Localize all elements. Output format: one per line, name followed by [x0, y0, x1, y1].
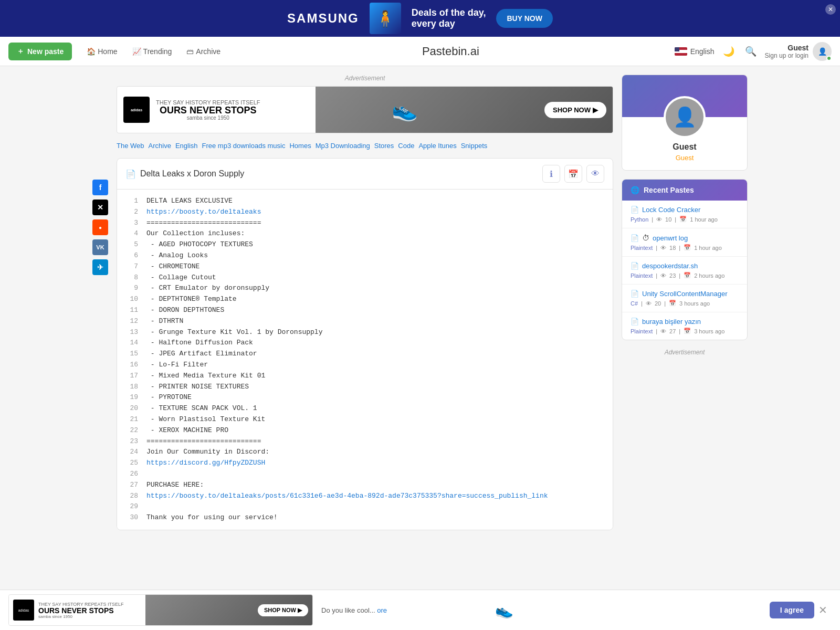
link-28[interactable]: https://boosty.to/deltaleaks/posts/61c33… — [146, 492, 548, 500]
close-ad-button[interactable]: ✕ — [825, 4, 836, 15]
facebook-share-button[interactable]: f — [92, 180, 108, 195]
archive-link[interactable]: 🗃 Archive — [180, 43, 227, 60]
trending-icon: 📈 — [132, 47, 141, 56]
tag-link-1[interactable]: Archive — [149, 142, 171, 150]
view-button[interactable]: 👁 — [586, 165, 604, 183]
language-selector[interactable]: English — [675, 47, 715, 56]
link-2[interactable]: https://boosty.to/deltaleaks — [146, 208, 261, 216]
line-2: 2https://boosty.to/deltaleaks — [125, 207, 604, 218]
line-num-19: 19 — [125, 392, 138, 403]
line-num-28: 28 — [125, 491, 138, 502]
trending-link[interactable]: 📈 Trending — [126, 43, 178, 60]
recent-link-0[interactable]: Lock Code Cracker — [642, 206, 700, 214]
search-button[interactable]: 🔍 — [743, 44, 759, 59]
tag-link-4[interactable]: Homes — [289, 142, 311, 150]
right-sidebar: 👤 Guest Guest 🌐 Recent Pastes 📄 Lock Cod… — [622, 75, 748, 530]
calendar-button[interactable]: 📅 — [564, 165, 582, 183]
tag-link-3[interactable]: Free mp3 downloads music — [202, 142, 286, 150]
cal-icon-1: 📅 — [684, 244, 691, 251]
line-20: 20 - TEXTURE SCAN PACK VOL. 1 — [125, 403, 604, 414]
recent-link-3[interactable]: Unity ScrollContentManager — [642, 290, 728, 298]
recent-item-title-2: 📄 despookerdstar.sh — [631, 262, 739, 270]
time-1: 1 hour ago — [694, 245, 722, 251]
line-text-24: Join Our Community in Discord: — [146, 447, 269, 458]
navbar: ＋ New paste 🏠 Home 📈 Trending 🗃 Archive … — [0, 37, 840, 66]
shop-now-button[interactable]: SHOP NOW ▶ — [544, 102, 606, 118]
recent-link-1[interactable]: openwrt log — [653, 234, 688, 242]
new-paste-button[interactable]: ＋ New paste — [8, 43, 72, 60]
adidas-logo: adidas — [123, 97, 150, 123]
link-25[interactable]: https://discord.gg/HfpyZDZUSH — [146, 459, 265, 467]
ad-slogan-line3: samba since 1950 — [156, 115, 260, 121]
ad-label: Advertisement — [117, 75, 613, 82]
line-num-16: 16 — [125, 360, 138, 371]
home-link[interactable]: 🏠 Home — [80, 43, 123, 60]
line-num-29: 29 — [125, 501, 138, 512]
line-text-10: - DEPTHTONE® Template — [146, 294, 237, 305]
twitter-share-button[interactable]: ✕ — [92, 200, 108, 215]
recent-meta-0: Python | 👁 10 | 📅 1 hour ago — [631, 216, 739, 223]
line-num-7: 7 — [125, 261, 138, 272]
line-num-22: 22 — [125, 425, 138, 436]
line-num-26: 26 — [125, 469, 138, 480]
recent-pastes-header: 🌐 Recent Pastes — [622, 180, 747, 201]
lang-0: Python — [631, 216, 648, 223]
recent-item-title-0: 📄 Lock Code Cracker — [631, 206, 739, 214]
recent-item-4: 📄 buraya bişiler yazın Plaintext | 👁 27 … — [622, 312, 747, 340]
line-15: 15 - JPEG Artifact Eliminator — [125, 349, 604, 360]
lang-4: Plaintext — [631, 328, 653, 334]
line-text-17: - Mixed Media Texture Kit 01 — [146, 371, 265, 382]
ad-content: SAMSUNG 🧍 Deals of the day, every day BU… — [287, 3, 553, 34]
line-13: 13 - Grunge Texture Kit Vol. 1 by Dorons… — [125, 327, 604, 338]
profile-card: 👤 Guest Guest — [622, 75, 748, 171]
recent-link-2[interactable]: despookerdstar.sh — [642, 262, 698, 270]
reddit-share-button[interactable]: ● — [92, 219, 108, 235]
paste-card: 📄 Delta Leaks x Doron Supply ℹ 📅 👁 1DELT… — [117, 158, 613, 530]
tag-link-5[interactable]: Mp3 Downloading — [316, 142, 370, 150]
line-text-2: https://boosty.to/deltaleaks — [146, 207, 261, 218]
profile-role: Guest — [622, 154, 747, 170]
line-text-26 — [146, 469, 151, 480]
recent-pastes-title: Recent Pastes — [644, 186, 694, 194]
time-4: 3 hours ago — [694, 328, 724, 334]
tag-link-9[interactable]: Snippets — [461, 142, 488, 150]
archive-label: Archive — [196, 47, 220, 56]
pipe2-0: | — [675, 216, 676, 223]
info-button[interactable]: ℹ — [542, 165, 560, 183]
line-text-3: ============================ — [146, 218, 261, 229]
eye-icon-0: 👁 — [656, 216, 662, 223]
tag-link-7[interactable]: Code — [398, 142, 414, 150]
line-num-12: 12 — [125, 316, 138, 327]
recent-item-2: 📄 despookerdstar.sh Plaintext | 👁 23 | 📅… — [622, 257, 747, 285]
recent-item-1: 📄 ⏱ openwrt log Plaintext | 👁 18 | 📅 1 h… — [622, 228, 747, 257]
tag-link-2[interactable]: English — [175, 142, 198, 150]
eye-icon-3: 👁 — [646, 300, 652, 307]
line-text-25: https://discord.gg/HfpyZDZUSH — [146, 458, 265, 469]
new-paste-label: New paste — [27, 47, 64, 56]
avatar[interactable]: 👤 — [813, 42, 832, 61]
telegram-share-button[interactable]: ✈ — [92, 259, 108, 275]
tag-link-0[interactable]: The Web — [117, 142, 144, 150]
line-19: 19 - PYROTONE — [125, 392, 604, 403]
recent-meta-4: Plaintext | 👁 27 | 📅 3 hours ago — [631, 328, 739, 334]
plus-icon: ＋ — [17, 47, 24, 56]
views-4: 27 — [669, 328, 676, 334]
guest-text: Guest Sign up or login — [765, 44, 808, 59]
dark-mode-button[interactable]: 🌙 — [721, 44, 737, 59]
vk-share-button[interactable]: VK — [92, 239, 108, 255]
line-9: 9 - CRT Emulator by doronsupply — [125, 283, 604, 294]
line-num-9: 9 — [125, 283, 138, 294]
line-num-15: 15 — [125, 349, 138, 360]
trending-label: Trending — [143, 47, 172, 56]
nav-links: 🏠 Home 📈 Trending 🗃 Archive — [80, 43, 227, 60]
line-text-29 — [146, 501, 151, 512]
tag-link-6[interactable]: Stores — [374, 142, 394, 150]
buy-now-button[interactable]: BUY NOW — [496, 9, 552, 28]
recent-link-4[interactable]: buraya bişiler yazın — [642, 318, 701, 326]
tag-link-8[interactable]: Apple Itunes — [418, 142, 456, 150]
line-27: 27PURCHASE HERE: — [125, 480, 604, 491]
line-23: 23============================ — [125, 436, 604, 447]
line-8: 8 - Collage Cutout — [125, 272, 604, 284]
line-12: 12 - DTHRTN — [125, 316, 604, 327]
top-ad-banner: SAMSUNG 🧍 Deals of the day, every day BU… — [0, 0, 840, 37]
